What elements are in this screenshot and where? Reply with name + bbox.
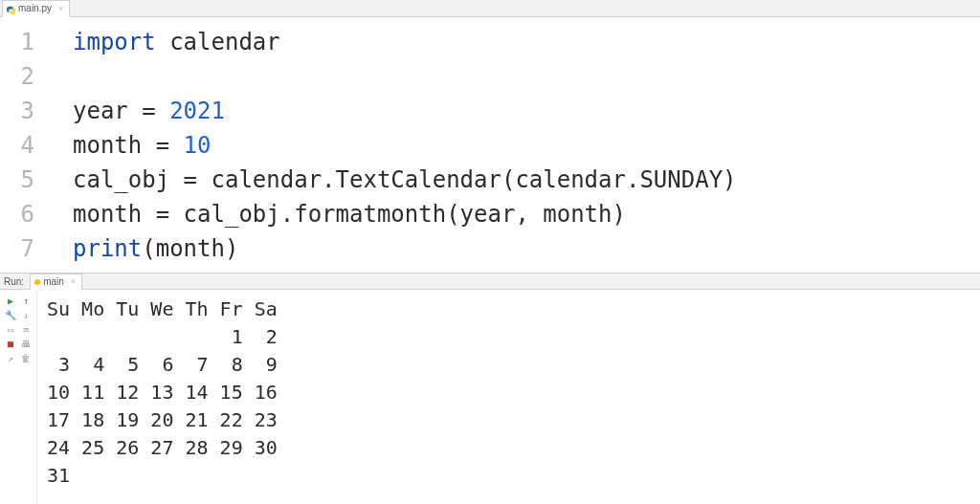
file-tab-label: main.py xyxy=(18,2,52,15)
run-gutter: ▶ ↑ 🔧 ↓ ▭ ≡ ■ 🖶 ↗ 🗑 xyxy=(0,290,37,504)
editor-tab-strip: main.py × xyxy=(0,0,980,17)
file-tab-main-py[interactable]: main.py × xyxy=(2,0,70,17)
up-arrow-icon[interactable]: ↑ xyxy=(21,296,32,306)
line-number-gutter: 1234567 xyxy=(0,17,46,273)
code-line[interactable]: print(month) xyxy=(73,231,980,266)
run-tab-label: main xyxy=(43,275,64,288)
print-icon[interactable]: 🖶 xyxy=(21,339,32,349)
code-line[interactable] xyxy=(73,59,980,94)
line-number: 6 xyxy=(0,197,46,231)
code-area[interactable]: import calendar year = 2021month = 10cal… xyxy=(46,17,980,273)
python-file-icon xyxy=(7,5,15,13)
code-line[interactable]: month = cal_obj.formatmonth(year, month) xyxy=(73,197,980,231)
run-label: Run: xyxy=(0,276,30,287)
wrench-icon[interactable]: 🔧 xyxy=(6,310,16,320)
stop-icon[interactable]: ■ xyxy=(6,339,16,349)
line-number: 1 xyxy=(0,25,46,59)
line-number: 4 xyxy=(0,128,46,163)
export-icon[interactable]: ↗ xyxy=(6,353,16,363)
overline-icon[interactable]: ▭ xyxy=(6,324,16,335)
play-icon[interactable]: ▶ xyxy=(6,296,16,306)
line-number: 2 xyxy=(0,59,46,94)
run-status-icon xyxy=(34,279,40,285)
doublebar-icon[interactable]: ≡ xyxy=(21,324,32,335)
code-line[interactable]: cal_obj = calendar.TextCalendar(calendar… xyxy=(73,163,980,197)
line-number: 5 xyxy=(0,163,46,197)
run-toolwindow-body: ▶ ↑ 🔧 ↓ ▭ ≡ ■ 🖶 ↗ 🗑 Su Mo Tu We Th Fr Sa… xyxy=(0,290,980,504)
line-number: 3 xyxy=(0,94,46,128)
close-icon[interactable]: × xyxy=(71,275,76,288)
run-tab-main[interactable]: main × xyxy=(30,274,82,290)
code-line[interactable]: month = 10 xyxy=(73,128,980,163)
code-line[interactable]: year = 2021 xyxy=(73,94,980,128)
line-number: 7 xyxy=(0,231,46,266)
trash-icon[interactable]: 🗑 xyxy=(21,353,32,363)
code-line[interactable]: import calendar xyxy=(73,25,980,59)
run-toolwindow-header: Run: main × xyxy=(0,273,980,290)
console-output[interactable]: Su Mo Tu We Th Fr Sa 1 2 3 4 5 6 7 8 9 1… xyxy=(37,290,980,504)
code-editor[interactable]: 1234567 import calendar year = 2021month… xyxy=(0,17,980,273)
down-arrow-icon[interactable]: ↓ xyxy=(21,310,32,320)
close-icon[interactable]: × xyxy=(58,2,63,15)
